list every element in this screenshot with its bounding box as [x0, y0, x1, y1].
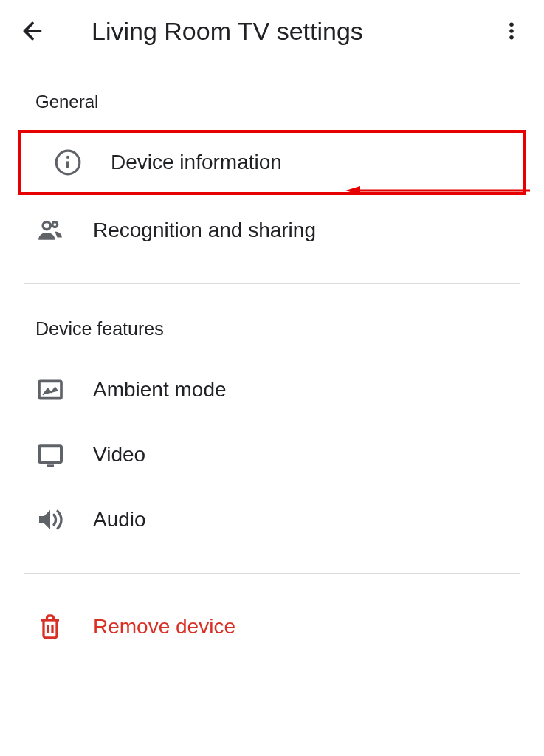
section-divider	[24, 284, 520, 284]
menu-item-label: Audio	[93, 508, 146, 532]
monitor-icon	[35, 440, 65, 470]
svg-point-3	[509, 35, 514, 40]
section-features-title: Device features	[0, 305, 544, 357]
svg-rect-9	[39, 381, 61, 398]
menu-item-label: Ambient mode	[93, 378, 227, 402]
svg-point-8	[52, 222, 58, 227]
menu-item-label: Recognition and sharing	[93, 219, 316, 242]
menu-item-label: Device information	[111, 151, 282, 174]
people-icon	[35, 216, 65, 245]
svg-point-1	[509, 23, 514, 27]
menu-item-video[interactable]: Video	[0, 422, 544, 487]
menu-item-label: Video	[93, 443, 145, 467]
arrow-left-icon	[19, 18, 46, 44]
svg-point-7	[43, 222, 50, 230]
more-vertical-icon	[500, 20, 523, 42]
overflow-menu-button[interactable]	[494, 13, 529, 49]
image-icon	[35, 375, 65, 405]
trash-icon	[35, 612, 65, 642]
svg-point-2	[509, 29, 514, 33]
menu-item-remove-device[interactable]: Remove device	[0, 594, 544, 659]
svg-rect-10	[39, 446, 61, 462]
menu-item-audio[interactable]: Audio	[0, 487, 544, 552]
info-icon	[53, 148, 83, 177]
section-divider	[24, 573, 520, 574]
section-general-title: General	[0, 62, 544, 127]
menu-item-device-information[interactable]: Device information	[18, 130, 526, 195]
menu-item-recognition-sharing[interactable]: Recognition and sharing	[0, 198, 544, 263]
page-title: Living Room TV settings	[92, 17, 479, 46]
svg-point-6	[66, 156, 69, 159]
menu-item-ambient-mode[interactable]: Ambient mode	[0, 357, 544, 422]
app-header: Living Room TV settings	[0, 0, 544, 62]
menu-item-label: Remove device	[93, 615, 235, 639]
speaker-icon	[35, 505, 65, 535]
back-button[interactable]	[15, 13, 50, 49]
